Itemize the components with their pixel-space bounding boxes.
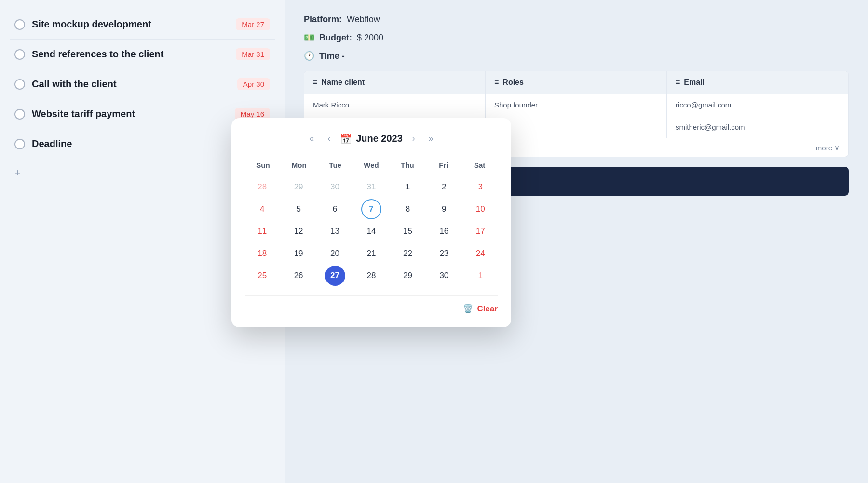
cal-day[interactable]: 16: [434, 221, 454, 242]
task-label: Call with the client: [32, 79, 117, 90]
cal-day[interactable]: 28: [361, 266, 381, 286]
task-checkbox[interactable]: [14, 109, 25, 120]
cell-email: ricco@gmail.com: [667, 94, 848, 116]
cal-weekday: Mon: [281, 157, 317, 173]
cal-day[interactable]: 7: [361, 199, 381, 219]
cal-day[interactable]: 9: [434, 199, 454, 219]
cal-day[interactable]: 18: [252, 243, 272, 264]
cal-day[interactable]: 17: [470, 221, 490, 242]
cal-day[interactable]: 20: [325, 243, 345, 264]
budget-row: 💵 Budget: $ 2000: [304, 32, 849, 43]
prev-prev-nav[interactable]: «: [305, 132, 318, 146]
col-email-label: Email: [684, 78, 705, 87]
cal-day[interactable]: 26: [288, 266, 309, 286]
next-next-nav[interactable]: »: [425, 132, 437, 146]
time-row: 🕐 Time -: [304, 51, 849, 61]
cal-day[interactable]: 24: [470, 243, 490, 264]
cal-day[interactable]: 5: [288, 199, 309, 219]
task-label: Website tariff payment: [32, 108, 135, 120]
chevron-down-icon: ∨: [834, 143, 840, 152]
budget-label: Budget:: [319, 33, 352, 43]
plus-icon: +: [14, 167, 21, 179]
calendar-weekdays: SunMonTueWedThuFriSat: [245, 157, 498, 173]
calendar-title: 📅 June 2023: [340, 133, 403, 145]
platform-row: Platform: Webflow: [304, 14, 849, 25]
cal-day[interactable]: 6: [325, 199, 345, 219]
col-name: ≡ Name client: [304, 71, 486, 94]
task-item: Site mockup development Mar 27: [10, 10, 275, 40]
col-roles-icon: ≡: [494, 78, 499, 87]
cal-day[interactable]: 1: [470, 266, 490, 286]
cal-day[interactable]: 12: [288, 221, 309, 242]
calendar-grid: SunMonTueWedThuFriSat 282930311234567891…: [245, 157, 498, 286]
cal-day[interactable]: 8: [397, 199, 418, 219]
task-checkbox[interactable]: [14, 79, 25, 90]
trash-icon: 🗑️: [463, 304, 473, 314]
cell-email: smitheric@gmail.com: [667, 116, 848, 138]
task-checkbox[interactable]: [14, 139, 25, 149]
task-label: Deadline: [32, 138, 72, 149]
task-checkbox[interactable]: [14, 19, 25, 30]
cal-day[interactable]: 27: [325, 266, 345, 286]
col-roles: ≡ Roles: [486, 71, 667, 94]
calendar-header: « ‹ 📅 June 2023 › »: [245, 132, 498, 146]
cal-day[interactable]: 10: [470, 199, 490, 219]
budget-icon: 💵: [304, 32, 314, 43]
cal-day[interactable]: 21: [361, 243, 381, 264]
cal-weekday: Wed: [353, 157, 390, 173]
cal-day[interactable]: 23: [434, 243, 454, 264]
cal-day[interactable]: 29: [397, 266, 418, 286]
task-item: Call with the client Apr 30: [10, 69, 275, 99]
cal-day[interactable]: 4: [252, 199, 272, 219]
cal-day[interactable]: 30: [325, 177, 345, 197]
more-button[interactable]: more ∨: [816, 143, 840, 152]
cal-day[interactable]: 11: [252, 221, 272, 242]
cal-weekday: Sun: [245, 157, 281, 173]
time-icon: 🕐: [304, 51, 314, 61]
col-email-icon: ≡: [676, 78, 680, 87]
cal-day[interactable]: 28: [252, 177, 272, 197]
cell-role: [486, 116, 667, 138]
task-checkbox[interactable]: [14, 49, 25, 60]
next-nav[interactable]: ›: [408, 132, 419, 146]
cal-day[interactable]: 2: [434, 177, 454, 197]
col-roles-label: Roles: [502, 78, 524, 87]
cal-day[interactable]: 31: [361, 177, 381, 197]
cal-day[interactable]: 29: [288, 177, 309, 197]
platform-label: Platform:: [304, 14, 342, 25]
task-item: Send references to the client Mar 31: [10, 40, 275, 69]
more-label: more: [816, 144, 832, 152]
cal-day[interactable]: 13: [325, 221, 345, 242]
table-row: Mark Ricco Shop founder ricco@gmail.com: [304, 94, 848, 116]
cell-name: Mark Ricco: [304, 94, 486, 116]
cal-day[interactable]: 19: [288, 243, 309, 264]
cal-weekday: Thu: [389, 157, 425, 173]
cal-day[interactable]: 14: [361, 221, 381, 242]
clear-button[interactable]: 🗑️ Clear: [463, 304, 498, 314]
calendar-footer: 🗑️ Clear: [245, 295, 498, 314]
cal-weekday: Sat: [461, 157, 498, 173]
task-label: Site mockup development: [32, 19, 151, 30]
table-header: ≡ Name client ≡ Roles ≡ Email: [304, 71, 848, 94]
calendar-days: 2829303112345678910111213141516171819202…: [245, 177, 498, 286]
cal-day[interactable]: 30: [434, 266, 454, 286]
platform-value: Webflow: [347, 14, 380, 25]
task-left: Deadline: [14, 138, 72, 149]
cal-day[interactable]: 25: [252, 266, 272, 286]
cal-day[interactable]: 22: [397, 243, 418, 264]
prev-nav[interactable]: ‹: [324, 132, 334, 146]
cal-weekday: Tue: [317, 157, 353, 173]
task-date: Mar 27: [236, 18, 270, 30]
cal-weekday: Fri: [425, 157, 461, 173]
col-name-label: Name client: [321, 78, 365, 87]
task-left: Send references to the client: [14, 49, 163, 60]
cal-day[interactable]: 3: [470, 177, 490, 197]
task-left: Call with the client: [14, 79, 117, 90]
calendar-month-year: June 2023: [356, 133, 403, 144]
cal-day[interactable]: 15: [397, 221, 418, 242]
cal-day[interactable]: 1: [397, 177, 418, 197]
task-left: Website tariff payment: [14, 108, 135, 120]
task-label: Send references to the client: [32, 49, 163, 60]
cell-role: Shop founder: [486, 94, 667, 116]
task-left: Site mockup development: [14, 19, 151, 30]
